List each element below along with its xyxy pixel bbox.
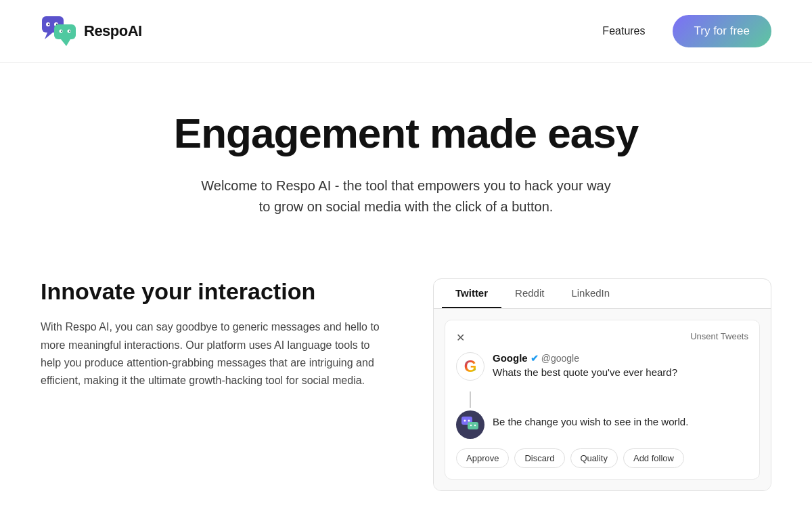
svg-point-17	[474, 425, 476, 426]
tweet-card-header: ✕ Unsent Tweets	[456, 331, 748, 344]
nav-right: Features Try for free	[602, 15, 771, 47]
features-text-block: Innovate your interaction With Respo AI,…	[41, 278, 392, 390]
logo-icon	[41, 12, 78, 50]
discard-button[interactable]: Discard	[514, 448, 564, 468]
tweet-card: ✕ Unsent Tweets G Google ✔ @google Wh	[445, 320, 760, 480]
svg-point-4	[48, 24, 49, 25]
tweet-body: Google ✔ @google Whats the best quote yo…	[493, 352, 677, 381]
tweet-author-name: Google	[493, 352, 528, 364]
tweet-author-line: Google ✔ @google	[493, 352, 677, 364]
tab-reddit[interactable]: Reddit	[501, 279, 558, 308]
reply-row: Be the change you wish to see in the wor…	[456, 410, 748, 439]
svg-rect-15	[468, 422, 478, 429]
try-for-free-button[interactable]: Try for free	[673, 15, 772, 47]
thread-connector-line	[470, 391, 471, 408]
logo-text: RespoAI	[84, 22, 142, 40]
svg-marker-1	[45, 33, 53, 39]
svg-point-11	[69, 30, 70, 32]
features-heading: Innovate your interaction	[41, 278, 392, 305]
platform-tabs: Twitter Reddit LinkedIn	[434, 279, 771, 309]
tweet-handle: @google	[541, 353, 579, 364]
features-section: Innovate your interaction With Respo AI,…	[0, 258, 812, 508]
add-follow-button[interactable]: Add follow	[623, 448, 684, 468]
google-g-letter: G	[464, 357, 477, 376]
unsent-tweets-label: Unsent Tweets	[690, 331, 748, 341]
svg-point-14	[468, 420, 470, 422]
close-icon[interactable]: ✕	[456, 331, 465, 344]
platform-panel: Twitter Reddit LinkedIn ✕ Unsent Tweets …	[433, 278, 771, 491]
navbar: RespoAI Features Try for free	[0, 0, 812, 63]
quality-button[interactable]: Quality	[570, 448, 618, 468]
tab-linkedin[interactable]: LinkedIn	[558, 279, 623, 308]
approve-button[interactable]: Approve	[456, 448, 509, 468]
hero-subtext: Welcome to Respo AI - the tool that empo…	[196, 175, 616, 217]
tweet-text: Whats the best quote you've ever heard?	[493, 366, 677, 378]
hero-heading: Engagement made easy	[41, 110, 771, 156]
verified-badge-icon: ✔	[531, 353, 539, 364]
logo[interactable]: RespoAI	[41, 12, 142, 50]
hero-section: Engagement made easy Welcome to Respo AI…	[0, 63, 812, 258]
svg-point-16	[470, 425, 472, 426]
tab-twitter[interactable]: Twitter	[442, 279, 501, 308]
respo-avatar	[456, 410, 484, 439]
svg-point-10	[61, 30, 62, 32]
action-buttons-row: Approve Discard Quality Add follow	[456, 448, 748, 468]
features-link[interactable]: Features	[602, 25, 645, 37]
respo-avatar-icon	[461, 415, 480, 434]
features-body: With Respo AI, you can say goodbye to ge…	[41, 318, 392, 390]
reply-text: Be the change you wish to see in the wor…	[493, 410, 688, 427]
panel-content: ✕ Unsent Tweets G Google ✔ @google Wh	[434, 309, 771, 490]
svg-marker-7	[61, 39, 70, 46]
svg-rect-6	[54, 24, 76, 39]
original-tweet: G Google ✔ @google Whats the best quote …	[456, 352, 748, 381]
svg-point-13	[464, 420, 466, 422]
google-avatar: G	[456, 352, 484, 381]
